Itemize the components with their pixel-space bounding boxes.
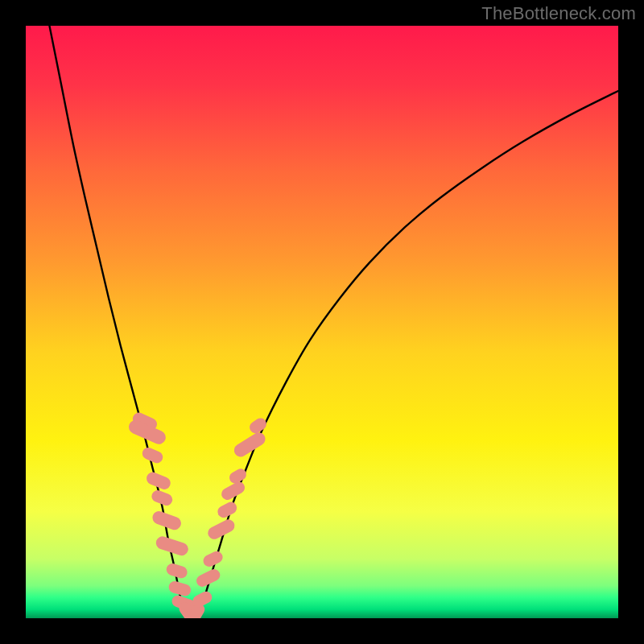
data-marker <box>247 416 269 436</box>
data-marker <box>216 500 239 520</box>
chart-frame: TheBottleneck.com <box>0 0 644 644</box>
data-marker <box>140 446 164 465</box>
bottleneck-curve <box>49 26 618 618</box>
data-marker <box>167 580 192 597</box>
data-markers <box>126 411 269 618</box>
data-marker <box>206 518 237 542</box>
curve-layer <box>26 26 618 618</box>
data-marker <box>232 430 268 459</box>
data-marker <box>165 562 189 580</box>
data-marker <box>220 480 247 502</box>
watermark-text: TheBottleneck.com <box>481 3 636 24</box>
plot-area <box>26 26 618 618</box>
